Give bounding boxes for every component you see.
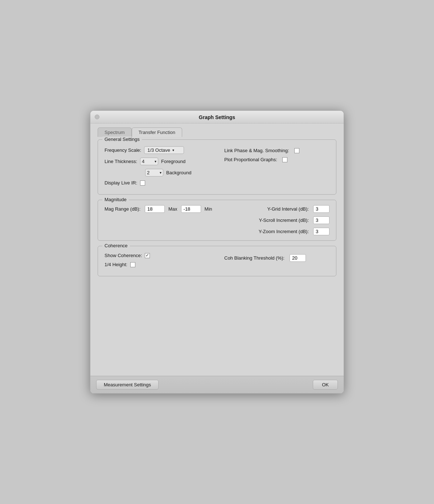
graph-settings-window: Graph Settings Spectrum Transfer Functio…	[90, 110, 344, 394]
lt-fg-arrow-icon: ▾	[155, 159, 156, 163]
coherence-right: Coh Blanking Threshold (%):	[217, 253, 329, 271]
general-right-col: Link Phase & Mag. Smoothing: Plot Propor…	[217, 146, 329, 189]
measurement-settings-button[interactable]: Measurement Settings	[96, 380, 159, 390]
line-thickness-bg-row: 2 ▾ Background	[105, 169, 217, 176]
coh-blanking-row: Coh Blanking Threshold (%):	[224, 254, 306, 262]
title-bar: Graph Settings	[90, 111, 344, 123]
frequency-scale-dropdown[interactable]: 1/3 Octave ▾	[144, 146, 184, 154]
y-zoom-row: Y-Zoom Increment (dB):	[105, 228, 329, 235]
footer: Measurement Settings OK	[90, 376, 344, 393]
display-live-ir-row: Display Live IR:	[105, 180, 217, 186]
plot-proportional-row: Plot Proportional Graphs:	[224, 157, 329, 162]
plot-proportional-label: Plot Proportional Graphs:	[224, 157, 277, 162]
link-phase-mag-checkbox[interactable]	[294, 148, 299, 153]
show-coherence-checkbox[interactable]	[145, 253, 150, 258]
link-phase-mag-label: Link Phase & Mag. Smoothing:	[224, 148, 289, 153]
display-live-ir-checkbox[interactable]	[140, 180, 145, 186]
mag-range-row: Mag Range (dB): Max Min Y-Grid Interval …	[105, 205, 329, 213]
frequency-scale-row: Frequency Scale: 1/3 Octave ▾	[105, 146, 217, 154]
max-label: Max	[168, 206, 177, 212]
magnitude-section: Magnitude Mag Range (dB): Max Min Y-Grid…	[98, 200, 336, 241]
plot-proportional-checkbox[interactable]	[282, 157, 287, 162]
coh-blanking-label: Coh Blanking Threshold (%):	[224, 255, 284, 261]
line-thickness-fg-dropdown[interactable]: 4 ▾	[140, 158, 158, 165]
line-thickness-label: Line Thickness:	[105, 159, 137, 164]
link-phase-mag-row: Link Phase & Mag. Smoothing:	[224, 148, 329, 153]
y-scroll-label: Y-Scroll Increment (dB):	[259, 218, 309, 223]
empty-space	[98, 281, 336, 376]
y-scroll-row: Y-Scroll Increment (dB):	[105, 216, 329, 224]
coherence-title: Coherence	[102, 243, 130, 248]
ok-button[interactable]: OK	[313, 380, 338, 390]
coherence-section: Coherence Show Coherence: 1/4 Height:	[98, 246, 336, 276]
quarter-height-label: 1/4 Height:	[105, 262, 127, 267]
sections-area: General Settings Frequency Scale: 1/3 Oc…	[98, 137, 336, 376]
quarter-height-checkbox[interactable]	[130, 262, 135, 267]
y-grid-input[interactable]	[313, 205, 329, 213]
tab-transfer-function[interactable]: Transfer Function	[132, 127, 182, 137]
close-button[interactable]	[95, 115, 99, 119]
line-thickness-fg-row: Line Thickness: 4 ▾ Foreground	[105, 158, 217, 165]
lt-bg-arrow-icon: ▾	[160, 171, 161, 175]
coherence-grid: Show Coherence: 1/4 Height: Coh Blanking…	[105, 253, 329, 271]
general-settings-grid: Frequency Scale: 1/3 Octave ▾ Line Thick…	[105, 146, 329, 189]
mag-max-input[interactable]	[145, 205, 165, 213]
mag-range-label: Mag Range (dB):	[105, 206, 140, 212]
general-settings-section: General Settings Frequency Scale: 1/3 Oc…	[98, 139, 336, 195]
tab-bar: Spectrum Transfer Function	[98, 127, 336, 137]
line-thickness-bg-dropdown[interactable]: 2 ▾	[145, 169, 163, 176]
general-settings-title: General Settings	[102, 137, 142, 142]
magnitude-title: Magnitude	[102, 197, 129, 202]
main-content: Spectrum Transfer Function General Setti…	[90, 123, 344, 376]
show-coherence-row: Show Coherence:	[105, 253, 217, 258]
general-left-col: Frequency Scale: 1/3 Octave ▾ Line Thick…	[105, 146, 217, 189]
y-scroll-input[interactable]	[313, 216, 329, 224]
coherence-left: Show Coherence: 1/4 Height:	[105, 253, 217, 271]
quarter-height-row: 1/4 Height:	[105, 262, 217, 267]
display-live-ir-label: Display Live IR:	[105, 180, 137, 186]
y-zoom-label: Y-Zoom Increment (dB):	[259, 229, 309, 234]
y-grid-label: Y-Grid Interval (dB):	[267, 206, 309, 212]
background-label: Background	[166, 170, 191, 175]
mag-min-input[interactable]	[181, 205, 201, 213]
window-title: Graph Settings	[199, 114, 235, 120]
tab-spectrum[interactable]: Spectrum	[98, 127, 132, 137]
min-label: Min	[205, 206, 212, 212]
frequency-scale-arrow-icon: ▾	[172, 148, 174, 152]
show-coherence-label: Show Coherence:	[105, 253, 142, 258]
foreground-label: Foreground	[161, 159, 185, 164]
frequency-scale-label: Frequency Scale:	[105, 147, 141, 153]
y-zoom-input[interactable]	[313, 228, 329, 235]
coh-blanking-input[interactable]	[290, 254, 306, 262]
